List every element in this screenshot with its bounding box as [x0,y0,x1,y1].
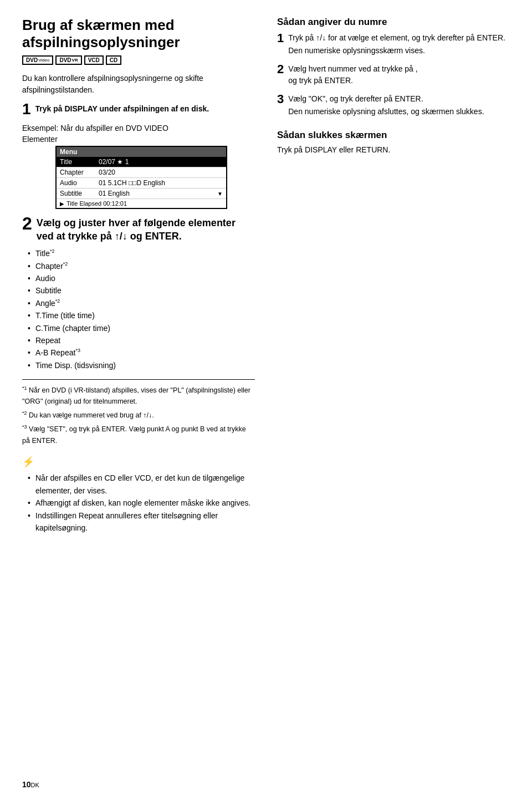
screen-row-subtitle: Subtitle 01 English ▼ [57,188,226,199]
list-item: Afhængigt af disken, kan nogle elementer… [28,497,255,509]
step1-number: 1 [22,101,31,117]
step2-block: 2 Vælg og juster hver af følgende elemen… [22,217,255,371]
footnote-1: *1 Når en DVD (i VR-tilstand) afspilles,… [22,384,255,407]
list-item: Title*2 [28,247,255,259]
screen-menu-bar: Menu [57,147,226,157]
right-step3-text: Vælg "OK", og tryk derefter på ENTER. [288,94,423,103]
list-item: A-B Repeat*3 [28,347,255,359]
badge-dvdvr: DVDVR [55,55,81,65]
left-column: Brug af skærmen med afspilningsoplysning… [22,17,255,534]
right-step3: 3 Vælg "OK", og tryk derefter på ENTER. … [277,93,510,118]
right-step2-number: 2 [277,63,284,75]
screen-row-chapter: Chapter 03/20 [57,167,226,178]
section2-title: Sådan slukkes skærmen [277,130,510,141]
list-item: Chapter*2 [28,260,255,272]
warning-icon: ⚡ [22,454,255,470]
page-number: 10DK [22,780,39,789]
screen-row-title: Title 02/07 ★ 1 [57,157,226,167]
right-step2-text: Vælg hvert nummer ved at trykke på ,og t… [288,64,417,85]
section2-text: Tryk på DISPLAY eller RETURN. [277,145,510,154]
right-step3-sub: Den numeriske oplysning afsluttes, og sk… [288,106,510,118]
warning-block: ⚡ Når der afspilles en CD eller VCD, er … [22,454,255,534]
list-item: C.Time (chapter time) [28,322,255,334]
badge-cd: CD [106,55,121,65]
screen-row-audio: Audio 01 5.1CH □□D English [57,178,226,188]
list-item: Subtitle [28,284,255,297]
right-step2: 2 Vælg hvert nummer ved at trykke på ,og… [277,63,510,86]
example-label: Eksempel: Når du afspiller en DVD VIDEO [22,124,255,133]
list-item: Når der afspilles en CD eller VCD, er de… [28,472,255,497]
footnote-2: *2 Du kan vælge nummeret ved brug af ↑/↓… [22,409,255,421]
section1-title: Sådan angiver du numre [277,17,510,28]
step1-block: 1 Tryk på DISPLAY under afspilningen af … [22,104,255,117]
intro-text: Du kan kontrollere afspilningsoplysninge… [22,73,255,96]
right-step1-number: 1 [277,32,284,44]
right-step3-number: 3 [277,93,284,105]
list-item: Time Disp. (tidsvisning) [28,359,255,371]
footnotes: *1 Når en DVD (i VR-tilstand) afspilles,… [22,379,255,446]
page-layout: Brug af skærmen med afspilningsoplysning… [22,17,510,534]
badge-dvdvideo: DVDVideo [22,55,53,65]
step2-number: 2 [22,215,32,232]
list-item: T.Time (title time) [28,309,255,322]
step2-title: Vælg og juster hver af følgende elemente… [22,217,255,243]
screen-footer: ▶ Title Elapsed 00:12:01 [57,199,226,208]
section2-block: Sådan slukkes skærmen Tryk på DISPLAY el… [277,130,510,154]
list-item: Indstillingen Repeat annulleres efter ti… [28,509,255,534]
right-column: Sådan angiver du numre 1 Tryk på ↑/↓ for… [277,17,510,534]
right-step1: 1 Tryk på ↑/↓ for at vælge et element, o… [277,32,510,57]
list-item: Repeat [28,334,255,347]
list-item: Audio [28,272,255,284]
warning-bullets: Når der afspilles en CD eller VCD, er de… [28,472,255,534]
list-item: Angle*2 [28,297,255,309]
step1-text: Tryk på DISPLAY under afspilningen af en… [35,104,255,115]
element-label: Elementer [22,135,255,144]
step2-items: Title*2 Chapter*2 Audio Subtitle Angle*2… [28,247,255,371]
right-step1-text: Tryk på ↑/↓ for at vælge et element, og … [288,33,505,42]
right-step1-sub: Den numeriske oplysningsskærm vises. [288,45,510,57]
screen-mockup: Menu Title 02/07 ★ 1 Chapter 03/20 Audio… [55,146,227,209]
page-title: Brug af skærmen med afspilningsoplysning… [22,17,255,51]
format-badges: DVDVideo DVDVR VCD CD [22,55,255,65]
badge-vcd: VCD [84,55,104,65]
footnote-3: *3 Vælg "SET", og tryk på ENTER. Vælg pu… [22,423,255,446]
